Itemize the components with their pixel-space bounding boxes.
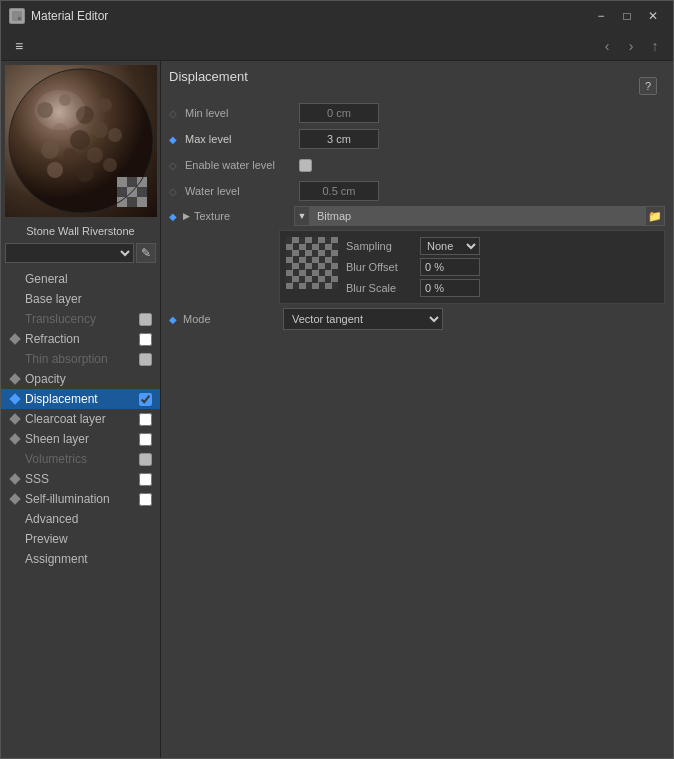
enable-water-level-checkbox[interactable] bbox=[299, 159, 312, 172]
left-panel: Stone Wall Riverstone ✎ General Base lay… bbox=[1, 61, 161, 758]
svg-point-18 bbox=[35, 90, 85, 130]
sss-diamond-icon bbox=[9, 473, 20, 484]
svg-point-11 bbox=[41, 141, 59, 159]
material-dropdown[interactable] bbox=[5, 243, 134, 263]
enable-water-level-label: ◇ Enable water level bbox=[169, 159, 299, 171]
forward-button[interactable]: › bbox=[619, 34, 643, 58]
max-level-label: ◆ Max level bbox=[169, 133, 299, 145]
nav-label-clearcoat: Clearcoat layer bbox=[25, 412, 139, 426]
thin-absorption-checkbox[interactable] bbox=[139, 353, 152, 366]
nav-label-sss: SSS bbox=[25, 472, 139, 486]
nav-label-self-illumination: Self-illumination bbox=[25, 492, 139, 506]
sidebar-item-self-illumination[interactable]: Self-illumination bbox=[1, 489, 160, 509]
sidebar-item-displacement[interactable]: Displacement bbox=[1, 389, 160, 409]
nav-label-preview: Preview bbox=[25, 532, 152, 546]
sidebar-item-advanced[interactable]: Advanced bbox=[1, 509, 160, 529]
sheen-diamond-icon bbox=[9, 433, 20, 444]
sidebar-item-volumetrics[interactable]: Volumetrics bbox=[1, 449, 160, 469]
nav-label-advanced: Advanced bbox=[25, 512, 152, 526]
nav-label-assignment: Assignment bbox=[25, 552, 152, 566]
svg-rect-19 bbox=[117, 177, 127, 187]
blur-scale-row: Blur Scale bbox=[346, 279, 658, 297]
refraction-diamond-icon bbox=[9, 333, 20, 344]
svg-rect-21 bbox=[117, 187, 127, 197]
svg-rect-20 bbox=[127, 177, 137, 187]
volumetrics-checkbox[interactable] bbox=[139, 453, 152, 466]
sidebar-item-clearcoat[interactable]: Clearcoat layer bbox=[1, 409, 160, 429]
refraction-checkbox[interactable] bbox=[139, 333, 152, 346]
help-button[interactable]: ? bbox=[639, 77, 657, 95]
up-button[interactable]: ↑ bbox=[643, 34, 667, 58]
sheen-checkbox[interactable] bbox=[139, 433, 152, 446]
window-controls: − □ ✕ bbox=[589, 6, 665, 26]
back-button[interactable]: ‹ bbox=[595, 34, 619, 58]
material-selector-row: ✎ bbox=[1, 241, 160, 265]
svg-rect-2 bbox=[18, 17, 21, 20]
blur-offset-label: Blur Offset bbox=[346, 261, 416, 273]
sidebar-item-assignment[interactable]: Assignment bbox=[1, 549, 160, 569]
water-level-label: ◇ Water level bbox=[169, 185, 299, 197]
max-level-input[interactable] bbox=[299, 129, 379, 149]
opacity-diamond-icon bbox=[9, 373, 20, 384]
texture-label: Texture bbox=[194, 210, 294, 222]
sidebar-item-thin-absorption[interactable]: Thin absorption bbox=[1, 349, 160, 369]
texture-row: ◆ ▶ Texture ▼ Bitmap 📁 bbox=[169, 206, 665, 226]
app-icon bbox=[9, 8, 25, 24]
edit-material-button[interactable]: ✎ bbox=[136, 243, 156, 263]
svg-point-15 bbox=[47, 162, 63, 178]
svg-point-12 bbox=[63, 148, 77, 162]
svg-point-7 bbox=[98, 98, 112, 112]
sampling-row: Sampling None Bilinear Bicubic bbox=[346, 237, 658, 255]
water-level-input[interactable] bbox=[299, 181, 379, 201]
window-title: Material Editor bbox=[31, 9, 589, 23]
svg-point-9 bbox=[70, 130, 90, 150]
main-content: Stone Wall Riverstone ✎ General Base lay… bbox=[1, 61, 673, 758]
svg-point-10 bbox=[92, 122, 108, 138]
mode-select[interactable]: Vector tangent Vector object Vector worl… bbox=[283, 308, 443, 330]
material-preview bbox=[5, 65, 157, 217]
menu-button[interactable]: ≡ bbox=[7, 34, 31, 58]
sidebar-item-preview[interactable]: Preview bbox=[1, 529, 160, 549]
enable-water-level-text: Enable water level bbox=[185, 159, 275, 171]
maximize-button[interactable]: □ bbox=[615, 6, 639, 26]
texture-expand-arrow[interactable]: ▶ bbox=[183, 211, 190, 221]
section-title: Displacement bbox=[169, 69, 248, 84]
self-illumination-diamond-icon bbox=[9, 493, 20, 504]
water-level-row: ◇ Water level bbox=[169, 180, 665, 202]
min-level-label: ◇ Min level bbox=[169, 107, 299, 119]
svg-rect-27 bbox=[137, 197, 147, 207]
preview-image bbox=[5, 65, 157, 217]
svg-point-17 bbox=[103, 158, 117, 172]
sidebar-item-translucency[interactable]: Translucency bbox=[1, 309, 160, 329]
sampling-select[interactable]: None Bilinear Bicubic bbox=[420, 237, 480, 255]
mode-label: Mode bbox=[183, 313, 283, 325]
min-level-input[interactable] bbox=[299, 103, 379, 123]
sidebar-item-refraction[interactable]: Refraction bbox=[1, 329, 160, 349]
sidebar-item-sss[interactable]: SSS bbox=[1, 469, 160, 489]
svg-rect-26 bbox=[127, 197, 137, 207]
sss-checkbox[interactable] bbox=[139, 473, 152, 486]
blur-scale-input[interactable] bbox=[420, 279, 480, 297]
sidebar-item-general[interactable]: General bbox=[1, 269, 160, 289]
texture-folder-button[interactable]: 📁 bbox=[645, 206, 665, 226]
translucency-checkbox[interactable] bbox=[139, 313, 152, 326]
displacement-checkbox[interactable] bbox=[139, 393, 152, 406]
texture-sub-area: Sampling None Bilinear Bicubic Blur Offs… bbox=[169, 230, 665, 304]
clearcoat-checkbox[interactable] bbox=[139, 413, 152, 426]
minimize-button[interactable]: − bbox=[589, 6, 613, 26]
title-bar: Material Editor − □ ✕ bbox=[1, 1, 673, 31]
nav-label-translucency: Translucency bbox=[25, 312, 139, 326]
sidebar-item-base-layer[interactable]: Base layer bbox=[1, 289, 160, 309]
texture-sub-fields: Sampling None Bilinear Bicubic Blur Offs… bbox=[346, 237, 658, 297]
nav-label-sheen: Sheen layer bbox=[25, 432, 139, 446]
sidebar-item-opacity[interactable]: Opacity bbox=[1, 369, 160, 389]
sidebar-item-sheen[interactable]: Sheen layer bbox=[1, 429, 160, 449]
texture-type-dropdown[interactable]: ▼ bbox=[294, 206, 310, 226]
nav-label-refraction: Refraction bbox=[25, 332, 139, 346]
close-button[interactable]: ✕ bbox=[641, 6, 665, 26]
right-panel: Displacement ? ◇ Min level ◆ Ma bbox=[161, 61, 673, 758]
blur-offset-input[interactable] bbox=[420, 258, 480, 276]
svg-point-14 bbox=[108, 128, 122, 142]
displacement-diamond-icon bbox=[9, 393, 20, 404]
self-illumination-checkbox[interactable] bbox=[139, 493, 152, 506]
